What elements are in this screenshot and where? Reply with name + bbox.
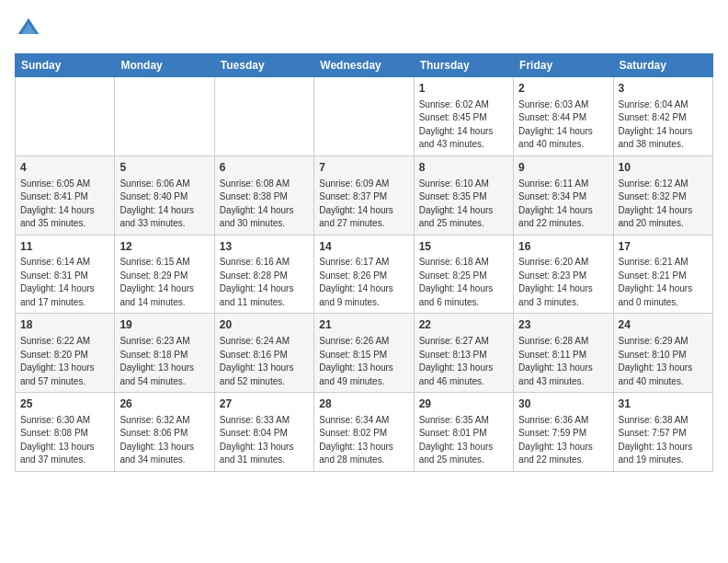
day-cell: 7Sunrise: 6:09 AM Sunset: 8:37 PM Daylig… [314, 155, 414, 235]
day-cell: 14Sunrise: 6:17 AM Sunset: 8:26 PM Dayli… [314, 235, 414, 314]
day-number: 1 [419, 81, 508, 97]
day-cell: 9Sunrise: 6:11 AM Sunset: 8:34 PM Daylig… [514, 155, 613, 235]
day-number: 24 [619, 317, 708, 333]
day-number: 7 [319, 160, 408, 176]
day-cell: 8Sunrise: 6:10 AM Sunset: 8:35 PM Daylig… [414, 155, 513, 235]
day-cell: 12Sunrise: 6:15 AM Sunset: 8:29 PM Dayli… [115, 235, 214, 314]
page-header [15, 15, 713, 42]
day-info: Sunrise: 6:08 AM Sunset: 8:38 PM Dayligh… [220, 178, 309, 231]
day-cell: 15Sunrise: 6:18 AM Sunset: 8:25 PM Dayli… [414, 235, 513, 314]
day-number: 2 [518, 81, 608, 97]
day-cell: 28Sunrise: 6:34 AM Sunset: 8:02 PM Dayli… [314, 393, 414, 472]
calendar-header: SundayMondayTuesdayWednesdayThursdayFrid… [16, 54, 713, 77]
day-info: Sunrise: 6:36 AM Sunset: 7:59 PM Dayligh… [518, 414, 608, 467]
column-header-monday: Monday [115, 54, 214, 77]
day-number: 27 [220, 396, 309, 412]
day-number: 21 [319, 317, 408, 333]
day-number: 26 [119, 396, 209, 412]
day-cell: 31Sunrise: 6:38 AM Sunset: 7:57 PM Dayli… [613, 393, 712, 472]
column-header-thursday: Thursday [414, 54, 513, 77]
day-info: Sunrise: 6:34 AM Sunset: 8:02 PM Dayligh… [319, 414, 408, 467]
day-cell: 24Sunrise: 6:29 AM Sunset: 8:10 PM Dayli… [613, 314, 712, 393]
day-info: Sunrise: 6:15 AM Sunset: 8:29 PM Dayligh… [119, 256, 209, 309]
day-number: 18 [20, 317, 109, 333]
day-cell: 2Sunrise: 6:03 AM Sunset: 8:44 PM Daylig… [514, 77, 613, 156]
week-row-2: 4Sunrise: 6:05 AM Sunset: 8:41 PM Daylig… [16, 155, 713, 235]
day-info: Sunrise: 6:38 AM Sunset: 7:57 PM Dayligh… [619, 414, 708, 467]
day-cell [214, 77, 313, 156]
column-header-tuesday: Tuesday [214, 54, 313, 77]
day-cell: 10Sunrise: 6:12 AM Sunset: 8:32 PM Dayli… [613, 155, 712, 235]
day-number: 17 [619, 239, 708, 255]
day-cell: 16Sunrise: 6:20 AM Sunset: 8:23 PM Dayli… [514, 235, 613, 314]
day-info: Sunrise: 6:12 AM Sunset: 8:32 PM Dayligh… [619, 178, 708, 231]
day-cell: 21Sunrise: 6:26 AM Sunset: 8:15 PM Dayli… [314, 314, 414, 393]
day-cell: 30Sunrise: 6:36 AM Sunset: 7:59 PM Dayli… [514, 393, 613, 472]
column-header-sunday: Sunday [16, 54, 115, 77]
day-number: 23 [518, 317, 608, 333]
day-info: Sunrise: 6:06 AM Sunset: 8:40 PM Dayligh… [119, 178, 209, 231]
day-info: Sunrise: 6:26 AM Sunset: 8:15 PM Dayligh… [319, 335, 408, 388]
column-header-wednesday: Wednesday [314, 54, 414, 77]
day-number: 14 [319, 239, 408, 255]
day-cell: 18Sunrise: 6:22 AM Sunset: 8:20 PM Dayli… [16, 314, 115, 393]
day-number: 10 [619, 160, 708, 176]
day-info: Sunrise: 6:32 AM Sunset: 8:06 PM Dayligh… [119, 414, 209, 467]
day-info: Sunrise: 6:03 AM Sunset: 8:44 PM Dayligh… [518, 98, 608, 152]
calendar-body: 1Sunrise: 6:02 AM Sunset: 8:45 PM Daylig… [16, 77, 713, 472]
day-info: Sunrise: 6:24 AM Sunset: 8:16 PM Dayligh… [220, 335, 309, 388]
day-cell: 26Sunrise: 6:32 AM Sunset: 8:06 PM Dayli… [115, 393, 214, 472]
day-info: Sunrise: 6:35 AM Sunset: 8:01 PM Dayligh… [419, 414, 508, 467]
day-number: 19 [119, 317, 209, 333]
day-cell: 3Sunrise: 6:04 AM Sunset: 8:42 PM Daylig… [613, 77, 712, 156]
day-info: Sunrise: 6:14 AM Sunset: 8:31 PM Dayligh… [20, 256, 109, 309]
day-number: 11 [20, 239, 109, 255]
day-cell: 19Sunrise: 6:23 AM Sunset: 8:18 PM Dayli… [115, 314, 214, 393]
day-cell: 22Sunrise: 6:27 AM Sunset: 8:13 PM Dayli… [414, 314, 513, 393]
day-info: Sunrise: 6:30 AM Sunset: 8:08 PM Dayligh… [20, 414, 109, 467]
day-cell: 25Sunrise: 6:30 AM Sunset: 8:08 PM Dayli… [16, 393, 115, 472]
day-info: Sunrise: 6:17 AM Sunset: 8:26 PM Dayligh… [319, 256, 408, 309]
day-cell: 1Sunrise: 6:02 AM Sunset: 8:45 PM Daylig… [414, 77, 513, 156]
day-info: Sunrise: 6:05 AM Sunset: 8:41 PM Dayligh… [20, 178, 109, 231]
day-info: Sunrise: 6:29 AM Sunset: 8:10 PM Dayligh… [619, 335, 708, 388]
day-number: 8 [419, 160, 508, 176]
day-number: 22 [419, 317, 508, 333]
day-number: 9 [518, 160, 608, 176]
day-cell: 17Sunrise: 6:21 AM Sunset: 8:21 PM Dayli… [613, 235, 712, 314]
day-info: Sunrise: 6:11 AM Sunset: 8:34 PM Dayligh… [518, 178, 608, 231]
logo-icon [15, 15, 42, 42]
day-cell: 20Sunrise: 6:24 AM Sunset: 8:16 PM Dayli… [214, 314, 313, 393]
day-info: Sunrise: 6:23 AM Sunset: 8:18 PM Dayligh… [119, 335, 209, 388]
day-info: Sunrise: 6:21 AM Sunset: 8:21 PM Dayligh… [619, 256, 708, 309]
day-cell: 13Sunrise: 6:16 AM Sunset: 8:28 PM Dayli… [214, 235, 313, 314]
week-row-4: 18Sunrise: 6:22 AM Sunset: 8:20 PM Dayli… [16, 314, 713, 393]
day-number: 12 [119, 239, 209, 255]
header-row: SundayMondayTuesdayWednesdayThursdayFrid… [16, 54, 713, 77]
day-cell: 6Sunrise: 6:08 AM Sunset: 8:38 PM Daylig… [214, 155, 313, 235]
day-info: Sunrise: 6:02 AM Sunset: 8:45 PM Dayligh… [419, 98, 508, 152]
day-number: 20 [220, 317, 309, 333]
day-info: Sunrise: 6:10 AM Sunset: 8:35 PM Dayligh… [419, 178, 508, 231]
day-cell [16, 77, 115, 156]
day-number: 28 [319, 396, 408, 412]
day-info: Sunrise: 6:22 AM Sunset: 8:20 PM Dayligh… [20, 335, 109, 388]
week-row-1: 1Sunrise: 6:02 AM Sunset: 8:45 PM Daylig… [16, 77, 713, 156]
day-cell: 5Sunrise: 6:06 AM Sunset: 8:40 PM Daylig… [115, 155, 214, 235]
day-cell: 23Sunrise: 6:28 AM Sunset: 8:11 PM Dayli… [514, 314, 613, 393]
day-number: 5 [119, 160, 209, 176]
day-number: 25 [20, 396, 109, 412]
day-info: Sunrise: 6:27 AM Sunset: 8:13 PM Dayligh… [419, 335, 508, 388]
logo [15, 15, 46, 42]
calendar-table: SundayMondayTuesdayWednesdayThursdayFrid… [15, 53, 713, 472]
day-cell: 11Sunrise: 6:14 AM Sunset: 8:31 PM Dayli… [16, 235, 115, 314]
column-header-friday: Friday [514, 54, 613, 77]
week-row-3: 11Sunrise: 6:14 AM Sunset: 8:31 PM Dayli… [16, 235, 713, 314]
day-info: Sunrise: 6:09 AM Sunset: 8:37 PM Dayligh… [319, 178, 408, 231]
day-info: Sunrise: 6:18 AM Sunset: 8:25 PM Dayligh… [419, 256, 508, 309]
day-number: 13 [220, 239, 309, 255]
day-number: 16 [518, 239, 608, 255]
day-number: 6 [220, 160, 309, 176]
day-number: 3 [619, 81, 708, 97]
day-number: 4 [20, 160, 109, 176]
